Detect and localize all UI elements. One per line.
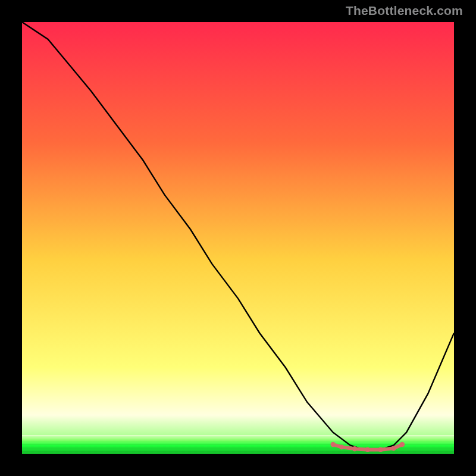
green-band — [22, 435, 454, 454]
watermark-text: TheBottleneck.com — [346, 4, 463, 18]
marker-dot — [331, 442, 336, 447]
plot-area — [22, 22, 454, 454]
marker-dot — [378, 447, 383, 452]
chart-svg — [22, 22, 454, 454]
chart-container: TheBottleneck.com — [0, 0, 476, 476]
marker-dot — [391, 446, 396, 450]
marker-dot — [339, 444, 344, 449]
marker-dot — [352, 446, 357, 451]
marker-dot — [365, 447, 370, 452]
marker-dot — [400, 442, 405, 447]
